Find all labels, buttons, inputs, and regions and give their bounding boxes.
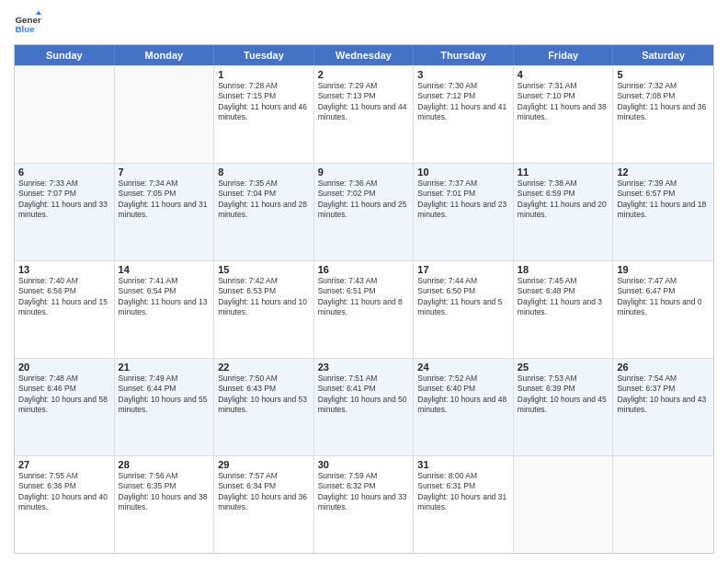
calendar: SundayMondayTuesdayWednesdayThursdayFrid… bbox=[14, 44, 714, 554]
day-number: 16 bbox=[318, 264, 410, 275]
day-cell-12: 12Sunrise: 7:39 AMSunset: 6:57 PMDayligh… bbox=[613, 164, 713, 260]
day-number: 23 bbox=[318, 362, 410, 373]
day-detail: Sunrise: 7:50 AMSunset: 6:43 PMDaylight:… bbox=[218, 373, 310, 416]
day-number: 1 bbox=[218, 69, 310, 80]
day-number: 30 bbox=[318, 459, 410, 470]
day-detail: Sunrise: 7:56 AMSunset: 6:35 PMDaylight:… bbox=[119, 471, 210, 513]
day-cell-26: 26Sunrise: 7:54 AMSunset: 6:37 PMDayligh… bbox=[613, 359, 713, 455]
day-cell-30: 30Sunrise: 7:59 AMSunset: 6:32 PMDayligh… bbox=[314, 456, 415, 553]
day-detail: Sunrise: 7:35 AMSunset: 7:04 PMDaylight:… bbox=[218, 178, 310, 221]
day-detail: Sunrise: 7:49 AMSunset: 6:44 PMDaylight:… bbox=[119, 373, 210, 416]
day-detail: Sunrise: 7:34 AMSunset: 7:05 PMDaylight:… bbox=[119, 178, 210, 221]
header-day-friday: Friday bbox=[514, 45, 614, 65]
day-cell-20: 20Sunrise: 7:48 AMSunset: 6:46 PMDayligh… bbox=[15, 359, 115, 455]
day-number: 10 bbox=[417, 167, 509, 178]
day-number: 12 bbox=[617, 167, 710, 178]
day-cell-1: 1Sunrise: 7:28 AMSunset: 7:15 PMDaylight… bbox=[214, 66, 314, 163]
day-cell-21: 21Sunrise: 7:49 AMSunset: 6:44 PMDayligh… bbox=[115, 359, 215, 455]
day-number: 13 bbox=[18, 264, 110, 275]
day-number: 17 bbox=[417, 264, 509, 275]
day-detail: Sunrise: 7:41 AMSunset: 6:54 PMDaylight:… bbox=[119, 276, 210, 318]
day-number: 27 bbox=[18, 459, 110, 470]
day-number: 19 bbox=[617, 264, 710, 275]
logo: General Blue bbox=[14, 9, 41, 37]
day-detail: Sunrise: 8:00 AMSunset: 6:31 PMDaylight:… bbox=[417, 471, 509, 513]
day-detail: Sunrise: 7:29 AMSunset: 7:13 PMDaylight:… bbox=[318, 81, 410, 123]
day-cell-29: 29Sunrise: 7:57 AMSunset: 6:34 PMDayligh… bbox=[214, 456, 314, 553]
header-day-sunday: Sunday bbox=[15, 45, 115, 65]
day-number: 15 bbox=[218, 264, 310, 275]
calendar-body: 1Sunrise: 7:28 AMSunset: 7:15 PMDaylight… bbox=[15, 65, 713, 553]
day-cell-18: 18Sunrise: 7:45 AMSunset: 6:48 PMDayligh… bbox=[514, 261, 614, 358]
day-cell-19: 19Sunrise: 7:47 AMSunset: 6:47 PMDayligh… bbox=[613, 261, 713, 358]
day-cell-5: 5Sunrise: 7:32 AMSunset: 7:08 PMDaylight… bbox=[613, 66, 713, 163]
day-cell-15: 15Sunrise: 7:42 AMSunset: 6:53 PMDayligh… bbox=[214, 261, 314, 358]
empty-cell bbox=[15, 66, 115, 163]
day-detail: Sunrise: 7:45 AMSunset: 6:48 PMDaylight:… bbox=[518, 276, 609, 318]
day-cell-22: 22Sunrise: 7:50 AMSunset: 6:43 PMDayligh… bbox=[214, 359, 314, 455]
day-detail: Sunrise: 7:37 AMSunset: 7:01 PMDaylight:… bbox=[417, 178, 509, 221]
header-day-tuesday: Tuesday bbox=[214, 45, 314, 65]
day-number: 6 bbox=[18, 167, 110, 178]
day-number: 14 bbox=[119, 264, 210, 275]
day-cell-11: 11Sunrise: 7:38 AMSunset: 6:59 PMDayligh… bbox=[514, 164, 614, 260]
day-number: 28 bbox=[119, 459, 210, 470]
day-cell-31: 31Sunrise: 8:00 AMSunset: 6:31 PMDayligh… bbox=[414, 456, 514, 553]
day-cell-17: 17Sunrise: 7:44 AMSunset: 6:50 PMDayligh… bbox=[414, 261, 514, 358]
empty-cell bbox=[514, 456, 614, 553]
day-detail: Sunrise: 7:47 AMSunset: 6:47 PMDaylight:… bbox=[617, 276, 710, 318]
day-cell-27: 27Sunrise: 7:55 AMSunset: 6:36 PMDayligh… bbox=[15, 456, 115, 553]
day-number: 9 bbox=[318, 167, 410, 178]
header-day-monday: Monday bbox=[115, 45, 215, 65]
day-detail: Sunrise: 7:53 AMSunset: 6:39 PMDaylight:… bbox=[518, 373, 609, 416]
empty-cell bbox=[613, 456, 713, 553]
day-cell-4: 4Sunrise: 7:31 AMSunset: 7:10 PMDaylight… bbox=[514, 66, 614, 163]
empty-cell bbox=[115, 66, 215, 163]
day-number: 2 bbox=[318, 69, 410, 80]
day-cell-3: 3Sunrise: 7:30 AMSunset: 7:12 PMDaylight… bbox=[414, 66, 514, 163]
day-detail: Sunrise: 7:40 AMSunset: 6:56 PMDaylight:… bbox=[18, 276, 110, 318]
day-detail: Sunrise: 7:43 AMSunset: 6:51 PMDaylight:… bbox=[318, 276, 410, 318]
day-detail: Sunrise: 7:38 AMSunset: 6:59 PMDaylight:… bbox=[518, 178, 609, 221]
day-number: 31 bbox=[417, 459, 509, 470]
calendar-header: SundayMondayTuesdayWednesdayThursdayFrid… bbox=[15, 45, 713, 65]
day-detail: Sunrise: 7:52 AMSunset: 6:40 PMDaylight:… bbox=[417, 373, 509, 416]
day-number: 20 bbox=[18, 362, 110, 373]
day-number: 18 bbox=[518, 264, 609, 275]
day-cell-23: 23Sunrise: 7:51 AMSunset: 6:41 PMDayligh… bbox=[314, 359, 415, 455]
day-cell-28: 28Sunrise: 7:56 AMSunset: 6:35 PMDayligh… bbox=[115, 456, 215, 553]
day-cell-24: 24Sunrise: 7:52 AMSunset: 6:40 PMDayligh… bbox=[414, 359, 514, 455]
day-detail: Sunrise: 7:55 AMSunset: 6:36 PMDaylight:… bbox=[18, 471, 110, 513]
day-number: 8 bbox=[218, 167, 310, 178]
day-cell-14: 14Sunrise: 7:41 AMSunset: 6:54 PMDayligh… bbox=[115, 261, 215, 358]
day-cell-9: 9Sunrise: 7:36 AMSunset: 7:02 PMDaylight… bbox=[314, 164, 415, 260]
calendar-row-0: 1Sunrise: 7:28 AMSunset: 7:15 PMDaylight… bbox=[15, 65, 713, 163]
day-detail: Sunrise: 7:44 AMSunset: 6:50 PMDaylight:… bbox=[417, 276, 509, 318]
calendar-row-1: 6Sunrise: 7:33 AMSunset: 7:07 PMDaylight… bbox=[15, 163, 713, 260]
day-cell-25: 25Sunrise: 7:53 AMSunset: 6:39 PMDayligh… bbox=[514, 359, 614, 455]
day-number: 29 bbox=[218, 459, 310, 470]
day-detail: Sunrise: 7:28 AMSunset: 7:15 PMDaylight:… bbox=[218, 81, 310, 123]
calendar-row-3: 20Sunrise: 7:48 AMSunset: 6:46 PMDayligh… bbox=[15, 358, 713, 455]
day-detail: Sunrise: 7:51 AMSunset: 6:41 PMDaylight:… bbox=[318, 373, 410, 416]
day-number: 24 bbox=[417, 362, 509, 373]
day-detail: Sunrise: 7:54 AMSunset: 6:37 PMDaylight:… bbox=[617, 373, 710, 416]
calendar-row-2: 13Sunrise: 7:40 AMSunset: 6:56 PMDayligh… bbox=[15, 260, 713, 358]
day-cell-2: 2Sunrise: 7:29 AMSunset: 7:13 PMDaylight… bbox=[314, 66, 415, 163]
day-detail: Sunrise: 7:57 AMSunset: 6:34 PMDaylight:… bbox=[218, 471, 310, 513]
day-detail: Sunrise: 7:48 AMSunset: 6:46 PMDaylight:… bbox=[18, 373, 110, 416]
day-detail: Sunrise: 7:59 AMSunset: 6:32 PMDaylight:… bbox=[318, 471, 410, 513]
day-detail: Sunrise: 7:36 AMSunset: 7:02 PMDaylight:… bbox=[318, 178, 410, 221]
header-day-saturday: Saturday bbox=[613, 45, 713, 65]
page-header: General Blue bbox=[14, 9, 714, 37]
day-number: 7 bbox=[119, 167, 210, 178]
svg-marker-2 bbox=[36, 11, 41, 16]
day-cell-13: 13Sunrise: 7:40 AMSunset: 6:56 PMDayligh… bbox=[15, 261, 115, 358]
header-day-wednesday: Wednesday bbox=[314, 45, 415, 65]
day-detail: Sunrise: 7:33 AMSunset: 7:07 PMDaylight:… bbox=[18, 178, 110, 221]
logo-icon: General Blue bbox=[14, 9, 41, 37]
day-detail: Sunrise: 7:30 AMSunset: 7:12 PMDaylight:… bbox=[417, 81, 509, 123]
svg-text:Blue: Blue bbox=[16, 24, 36, 34]
day-number: 26 bbox=[617, 362, 710, 373]
calendar-row-4: 27Sunrise: 7:55 AMSunset: 6:36 PMDayligh… bbox=[15, 455, 713, 553]
